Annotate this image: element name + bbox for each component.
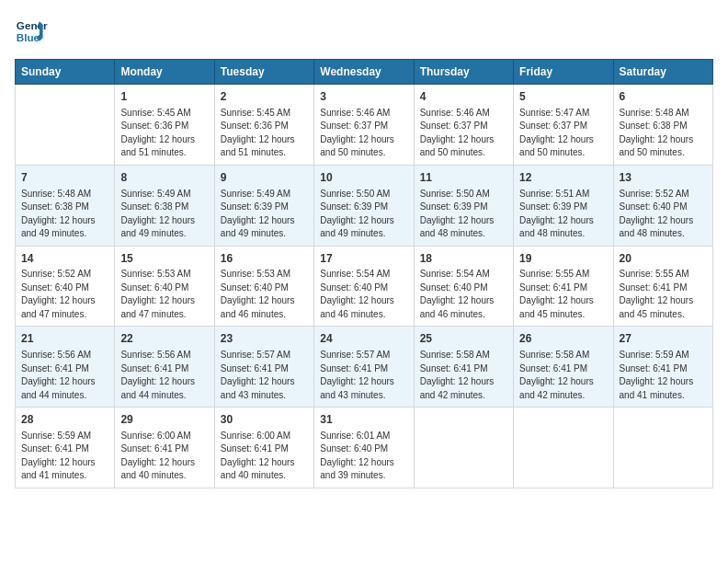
calendar-cell: 23Sunrise: 5:57 AMSunset: 6:41 PMDayligh…	[214, 327, 313, 408]
calendar-cell: 16Sunrise: 5:53 AMSunset: 6:40 PMDayligh…	[214, 246, 313, 327]
calendar-cell: 31Sunrise: 6:01 AMSunset: 6:40 PMDayligh…	[314, 408, 414, 488]
weekday-header: Friday	[514, 60, 613, 85]
calendar-cell: 6Sunrise: 5:48 AMSunset: 6:38 PMDaylight…	[613, 85, 712, 166]
weekday-header: Sunday	[16, 60, 115, 85]
day-number: 8	[120, 170, 208, 186]
calendar-cell: 22Sunrise: 5:56 AMSunset: 6:41 PMDayligh…	[115, 327, 214, 408]
calendar-cell: 3Sunrise: 5:46 AMSunset: 6:37 PMDaylight…	[314, 85, 414, 166]
calendar-cell: 13Sunrise: 5:52 AMSunset: 6:40 PMDayligh…	[613, 165, 712, 246]
day-info: Sunrise: 5:48 AMSunset: 6:38 PMDaylight:…	[620, 107, 707, 160]
day-number: 28	[21, 412, 108, 428]
day-number: 11	[420, 170, 507, 186]
day-info: Sunrise: 5:46 AMSunset: 6:37 PMDaylight:…	[320, 107, 407, 160]
calendar-cell: 17Sunrise: 5:54 AMSunset: 6:40 PMDayligh…	[314, 246, 414, 327]
calendar-cell: 4Sunrise: 5:46 AMSunset: 6:37 PMDaylight…	[414, 85, 513, 166]
calendar-week-row: 14Sunrise: 5:52 AMSunset: 6:40 PMDayligh…	[16, 246, 713, 327]
calendar-week-row: 7Sunrise: 5:48 AMSunset: 6:38 PMDaylight…	[16, 165, 713, 246]
calendar-cell: 20Sunrise: 5:55 AMSunset: 6:41 PMDayligh…	[613, 246, 712, 327]
calendar-cell: 29Sunrise: 6:00 AMSunset: 6:41 PMDayligh…	[115, 408, 214, 488]
calendar-cell	[514, 408, 613, 488]
svg-text:Blue: Blue	[17, 31, 40, 43]
day-number: 25	[420, 331, 507, 347]
day-info: Sunrise: 5:49 AMSunset: 6:39 PMDaylight:…	[221, 188, 308, 241]
day-info: Sunrise: 5:54 AMSunset: 6:40 PMDaylight:…	[420, 268, 507, 321]
day-info: Sunrise: 5:59 AMSunset: 6:41 PMDaylight:…	[21, 430, 108, 483]
calendar-cell	[16, 85, 115, 166]
day-number: 4	[420, 89, 507, 105]
calendar-header-row: SundayMondayTuesdayWednesdayThursdayFrid…	[16, 60, 713, 85]
day-number: 9	[221, 170, 308, 186]
day-info: Sunrise: 5:52 AMSunset: 6:40 PMDaylight:…	[620, 188, 707, 241]
calendar-cell: 18Sunrise: 5:54 AMSunset: 6:40 PMDayligh…	[414, 246, 513, 327]
day-number: 16	[221, 251, 308, 267]
calendar-cell: 28Sunrise: 5:59 AMSunset: 6:41 PMDayligh…	[16, 408, 115, 488]
weekday-header: Wednesday	[314, 60, 414, 85]
day-info: Sunrise: 5:56 AMSunset: 6:41 PMDaylight:…	[120, 349, 208, 402]
calendar-cell: 2Sunrise: 5:45 AMSunset: 6:36 PMDaylight…	[214, 85, 313, 166]
day-info: Sunrise: 5:45 AMSunset: 6:36 PMDaylight:…	[120, 107, 208, 160]
day-number: 3	[320, 89, 407, 105]
day-number: 10	[320, 170, 407, 186]
day-info: Sunrise: 5:51 AMSunset: 6:39 PMDaylight:…	[519, 188, 607, 241]
calendar-week-row: 28Sunrise: 5:59 AMSunset: 6:41 PMDayligh…	[16, 408, 713, 488]
day-number: 12	[519, 170, 607, 186]
day-info: Sunrise: 5:57 AMSunset: 6:41 PMDaylight:…	[221, 349, 308, 402]
day-info: Sunrise: 5:53 AMSunset: 6:40 PMDaylight:…	[221, 268, 308, 321]
calendar-cell	[414, 408, 513, 488]
weekday-header: Saturday	[613, 60, 712, 85]
day-number: 6	[620, 89, 707, 105]
calendar-cell: 1Sunrise: 5:45 AMSunset: 6:36 PMDaylight…	[115, 85, 214, 166]
day-info: Sunrise: 5:57 AMSunset: 6:41 PMDaylight:…	[320, 349, 407, 402]
day-number: 13	[620, 170, 707, 186]
day-info: Sunrise: 5:49 AMSunset: 6:38 PMDaylight:…	[120, 188, 208, 241]
calendar-week-row: 1Sunrise: 5:45 AMSunset: 6:36 PMDaylight…	[16, 85, 713, 166]
calendar-cell: 5Sunrise: 5:47 AMSunset: 6:37 PMDaylight…	[514, 85, 613, 166]
day-info: Sunrise: 5:53 AMSunset: 6:40 PMDaylight:…	[120, 268, 208, 321]
day-info: Sunrise: 5:52 AMSunset: 6:40 PMDaylight:…	[21, 268, 108, 321]
day-info: Sunrise: 5:58 AMSunset: 6:41 PMDaylight:…	[420, 349, 507, 402]
day-number: 22	[120, 331, 208, 347]
weekday-header: Thursday	[414, 60, 513, 85]
calendar-week-row: 21Sunrise: 5:56 AMSunset: 6:41 PMDayligh…	[16, 327, 713, 408]
logo: General Blue	[15, 15, 48, 48]
calendar-cell	[613, 408, 712, 488]
calendar-cell: 30Sunrise: 6:00 AMSunset: 6:41 PMDayligh…	[214, 408, 313, 488]
day-number: 1	[120, 89, 208, 105]
day-number: 29	[120, 412, 208, 428]
day-number: 31	[320, 412, 407, 428]
day-info: Sunrise: 5:50 AMSunset: 6:39 PMDaylight:…	[320, 188, 407, 241]
day-info: Sunrise: 5:46 AMSunset: 6:37 PMDaylight:…	[420, 107, 507, 160]
calendar-cell: 14Sunrise: 5:52 AMSunset: 6:40 PMDayligh…	[16, 246, 115, 327]
day-info: Sunrise: 5:55 AMSunset: 6:41 PMDaylight:…	[519, 268, 607, 321]
calendar-body: 1Sunrise: 5:45 AMSunset: 6:36 PMDaylight…	[16, 85, 713, 488]
day-info: Sunrise: 5:47 AMSunset: 6:37 PMDaylight:…	[519, 107, 607, 160]
day-number: 24	[320, 331, 407, 347]
day-number: 7	[21, 170, 108, 186]
day-number: 30	[221, 412, 308, 428]
day-number: 17	[320, 251, 407, 267]
day-info: Sunrise: 5:55 AMSunset: 6:41 PMDaylight:…	[620, 268, 707, 321]
day-info: Sunrise: 6:00 AMSunset: 6:41 PMDaylight:…	[221, 430, 308, 483]
calendar-cell: 9Sunrise: 5:49 AMSunset: 6:39 PMDaylight…	[214, 165, 313, 246]
calendar-cell: 19Sunrise: 5:55 AMSunset: 6:41 PMDayligh…	[514, 246, 613, 327]
day-number: 21	[21, 331, 108, 347]
day-number: 15	[120, 251, 208, 267]
day-info: Sunrise: 5:48 AMSunset: 6:38 PMDaylight:…	[21, 188, 108, 241]
calendar-cell: 11Sunrise: 5:50 AMSunset: 6:39 PMDayligh…	[414, 165, 513, 246]
calendar-cell: 24Sunrise: 5:57 AMSunset: 6:41 PMDayligh…	[314, 327, 414, 408]
day-info: Sunrise: 5:58 AMSunset: 6:41 PMDaylight:…	[519, 349, 607, 402]
day-number: 26	[519, 331, 607, 347]
calendar-cell: 8Sunrise: 5:49 AMSunset: 6:38 PMDaylight…	[115, 165, 214, 246]
day-number: 18	[420, 251, 507, 267]
calendar-cell: 21Sunrise: 5:56 AMSunset: 6:41 PMDayligh…	[16, 327, 115, 408]
day-number: 27	[620, 331, 707, 347]
calendar-cell: 15Sunrise: 5:53 AMSunset: 6:40 PMDayligh…	[115, 246, 214, 327]
day-number: 14	[21, 251, 108, 267]
day-info: Sunrise: 5:54 AMSunset: 6:40 PMDaylight:…	[320, 268, 407, 321]
page-header: General Blue	[15, 15, 713, 48]
day-number: 19	[519, 251, 607, 267]
calendar-cell: 27Sunrise: 5:59 AMSunset: 6:41 PMDayligh…	[613, 327, 712, 408]
day-info: Sunrise: 5:45 AMSunset: 6:36 PMDaylight:…	[221, 107, 308, 160]
day-number: 2	[221, 89, 308, 105]
day-info: Sunrise: 5:56 AMSunset: 6:41 PMDaylight:…	[21, 349, 108, 402]
